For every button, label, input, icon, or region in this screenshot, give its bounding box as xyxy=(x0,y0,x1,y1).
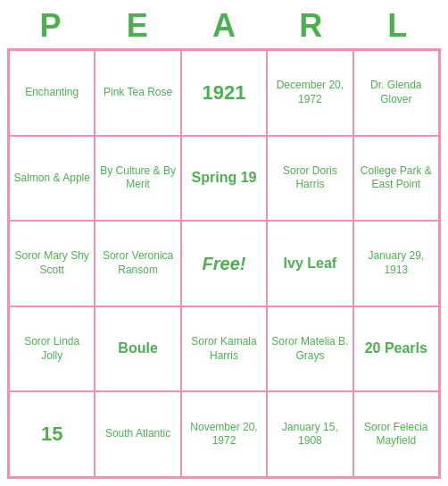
cell-r4-c0[interactable]: 15 xyxy=(9,391,95,477)
cell-r3-c0[interactable]: Soror Linda Jolly xyxy=(9,306,95,392)
cell-r2-c2[interactable]: Free! xyxy=(181,221,267,306)
cell-r2-c4[interactable]: January 29, 1913 xyxy=(353,221,439,306)
cell-r1-c4[interactable]: College Park & East Point xyxy=(353,136,439,222)
header-letter-r: R xyxy=(272,7,349,45)
bingo-header: PEARL xyxy=(7,7,441,45)
cell-r2-c1[interactable]: Soror Veronica Ransom xyxy=(95,221,180,306)
cell-r0-c1[interactable]: Pink Tea Rose xyxy=(95,50,180,136)
cell-r4-c1[interactable]: South Atlantic xyxy=(95,391,180,477)
cell-r4-c2[interactable]: November 20, 1972 xyxy=(181,391,267,477)
cell-r3-c1[interactable]: Boule xyxy=(95,306,180,392)
cell-r0-c3[interactable]: December 20, 1972 xyxy=(267,50,353,136)
cell-r0-c0[interactable]: Enchanting xyxy=(9,50,95,136)
cell-r1-c1[interactable]: By Culture & By Merit xyxy=(95,136,180,222)
cell-r2-c3[interactable]: Ivy Leaf xyxy=(267,221,353,306)
cell-r1-c2[interactable]: Spring 19 xyxy=(181,136,267,222)
cell-r2-c0[interactable]: Soror Mary Shy Scott xyxy=(9,221,95,306)
cell-r3-c3[interactable]: Soror Matelia B. Grays xyxy=(267,306,353,392)
cell-r0-c2[interactable]: 1921 xyxy=(181,50,267,136)
cell-r3-c4[interactable]: 20 Pearls xyxy=(353,306,439,392)
cell-r0-c4[interactable]: Dr. Glenda Glover xyxy=(353,50,439,136)
bingo-card: EnchantingPink Tea Rose1921December 20, … xyxy=(7,48,441,479)
cell-r1-c0[interactable]: Salmon & Apple xyxy=(9,136,95,222)
cell-r4-c3[interactable]: January 15, 1908 xyxy=(267,391,353,477)
cell-r4-c4[interactable]: Soror Felecia Mayfield xyxy=(353,391,439,477)
cell-r3-c2[interactable]: Soror Kamala Harris xyxy=(181,306,267,392)
header-letter-l: L xyxy=(359,7,436,45)
header-letter-p: P xyxy=(12,7,89,45)
header-letter-e: E xyxy=(99,7,176,45)
header-letter-a: A xyxy=(186,7,262,45)
bingo-grid: EnchantingPink Tea Rose1921December 20, … xyxy=(7,48,441,479)
cell-r1-c3[interactable]: Soror Doris Harris xyxy=(267,136,353,222)
